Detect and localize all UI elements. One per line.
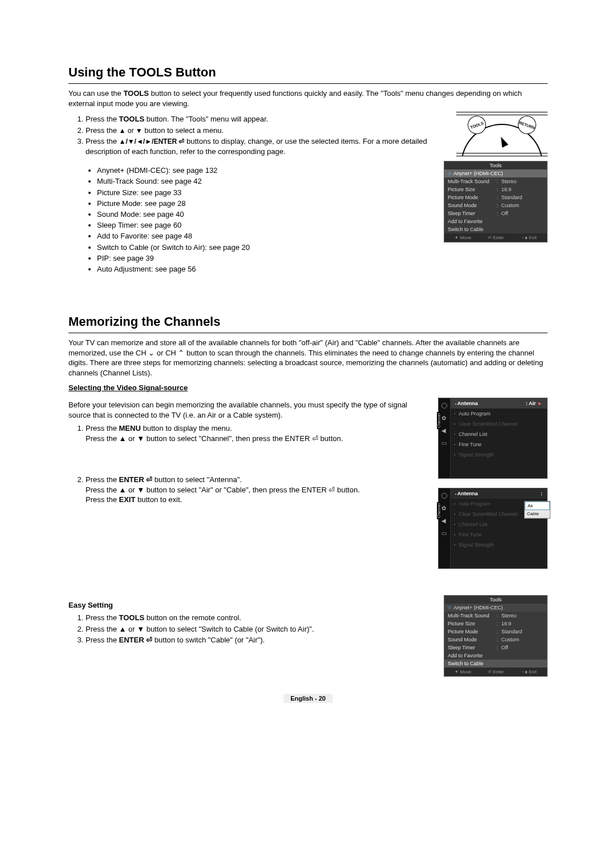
t: button to display the menu. <box>141 424 232 432</box>
t: Press the ▲ or ▼ button to select "Chann… <box>86 434 343 443</box>
tools-osd: Tools ◇ Anynet+ (HDMI-CEC) Multi-Track S… <box>444 161 548 242</box>
l: Sound Mode <box>448 203 493 208</box>
enter-hint: ⏎ Enter <box>488 235 504 240</box>
arrows: ▲ or ▼ <box>119 127 143 135</box>
v: 16:9 <box>501 187 544 192</box>
l: Picture Mode <box>448 195 493 200</box>
osd-sidebar: ✿ ◀ ▭ <box>439 488 451 568</box>
b: Picture Size: see page 33 <box>97 188 435 198</box>
menu-item-disabled: ▪Fine Tune <box>451 529 547 540</box>
v: Off <box>501 211 544 216</box>
dot-icon <box>441 493 447 499</box>
move-hint: ✦ Move <box>455 235 471 240</box>
right-arrow-icon: ► <box>537 401 542 406</box>
osd-row: Picture Size:16:9 <box>444 185 547 193</box>
b: Sound Mode: see page 40 <box>97 209 435 220</box>
l: Add to Favorite <box>448 219 493 224</box>
sound-icon: ◀ <box>441 518 447 524</box>
exit-hint: →∎ Exit <box>520 235 537 240</box>
section-title-channels: Memorizing the Channels <box>68 314 548 333</box>
osd-footer: ✦ Move ⏎ Enter →∎ Exit <box>444 233 547 242</box>
src-step2: Press the ENTER ⏎ button to select "Ante… <box>86 475 429 505</box>
arrows: ▲/▼/◄/►/ENTER ⏎ <box>119 138 185 145</box>
antenna-row-selected: ▪ Antenna : Air ► <box>451 398 547 409</box>
t: Press the <box>86 126 119 135</box>
src-step1: Press the MENU button to display the men… <box>86 423 429 474</box>
picture-icon: ▭ <box>441 531 447 536</box>
b: Anynet+ (HDMI-CEC): see page 132 <box>97 165 435 176</box>
osd-row: ◇ Anynet+ (HDMI-CEC) <box>444 604 547 612</box>
t: Press the <box>86 495 119 504</box>
dot-icon <box>441 403 447 409</box>
tools-osd-2: Tools ◇ Anynet+ (HDMI-CEC) Multi-Track S… <box>444 595 548 677</box>
b: Picture Mode: see page 28 <box>97 199 435 209</box>
osd-row: Sleep Timer:Off <box>444 644 547 652</box>
t: Press the <box>86 613 119 622</box>
menu-item-disabled: ▪Signal Strength <box>451 540 547 550</box>
tb: MENU <box>119 424 141 432</box>
easy-steps: Press the TOOLS button on the remote con… <box>86 613 435 645</box>
t: Press the ▲ or ▼ button to select "Air" … <box>86 486 360 494</box>
tools-menu-refs: Anynet+ (HDMI-CEC): see page 132 Multi-T… <box>97 165 435 274</box>
l: Switch to Cable <box>448 227 493 232</box>
menu-item: ▪Channel List <box>451 429 547 439</box>
tb: TOOLS <box>119 613 145 622</box>
b: Auto Adjustment: see page 56 <box>97 264 435 274</box>
t: button to select a menu. <box>143 126 224 135</box>
b: PIP: see page 39 <box>97 253 435 264</box>
tools-intro: You can use the TOOLS button to select y… <box>68 88 548 108</box>
ez1: Press the TOOLS button on the remote con… <box>86 613 435 623</box>
gear-icon: ✿ <box>441 506 447 511</box>
remote-illustration: TOOLS RETURN <box>456 112 548 156</box>
source-pre: Before your television can begin memoriz… <box>68 400 429 420</box>
menu-item: ▪Auto Program <box>451 409 547 419</box>
t: button to select "Antenna". <box>152 475 242 484</box>
b: Switch to Cable (or Switch to Air): see … <box>97 242 435 253</box>
menu-item: ▪Fine Tune <box>451 439 547 450</box>
page-footer: English - 20 <box>283 694 333 703</box>
osd-title: Tools <box>444 596 547 604</box>
exit-hint: →∎ Exit <box>520 669 537 674</box>
osd-highlight-label: Anynet+ (HDMI-CEC) <box>453 605 503 611</box>
t: Press the <box>86 475 119 484</box>
l: Antenna <box>457 401 478 406</box>
osd-row-selected: Switch to Cable <box>444 660 547 668</box>
osd-highlight-label: Anynet+ (HDMI-CEC) <box>453 171 503 176</box>
step2: Press the ▲ or ▼ button to select a menu… <box>86 126 447 136</box>
subhead-easy-setting: Easy Setting <box>68 601 435 609</box>
tools-steps: Press the TOOLS button. The "Tools" menu… <box>86 114 447 156</box>
b: Sleep Timer: see page 60 <box>97 220 435 231</box>
v: Custom <box>501 203 544 208</box>
move-hint: ✦ Move <box>455 669 471 674</box>
t: Press the <box>86 137 119 145</box>
osd-row: Multi-Track Sound:Stereo <box>444 177 547 185</box>
step3: Press the ▲/▼/◄/►/ENTER ⏎ buttons to dis… <box>86 136 447 156</box>
channel-tab-label: Channel <box>437 412 441 429</box>
channel-osd-1: Channel ✿ ◀ ▭ ▪ Antenna : Air ► ▪Auto Pr… <box>438 398 548 479</box>
t: Press the <box>86 424 119 432</box>
osd-row: Sound Mode:Custom <box>444 636 547 644</box>
t: button to exit. <box>135 495 182 504</box>
osd-row: Picture Mode:Standard <box>444 193 547 201</box>
tb: EXIT <box>119 495 136 504</box>
sound-icon: ◀ <box>441 428 447 434</box>
txt-bold: TOOLS <box>123 89 149 98</box>
menu-item-disabled: ▪Channel List <box>451 519 547 529</box>
dropdown-option-cable: Cable <box>525 510 550 518</box>
dropdown-option-air: Air <box>525 502 550 510</box>
osd-footer: ✦ Move ⏎ Enter →∎ Exit <box>444 668 547 676</box>
osd-sidebar: ✿ ◀ ▭ <box>439 398 451 478</box>
source-steps: Press the MENU button to display the men… <box>86 423 429 504</box>
osd-row: Sound Mode:Custom <box>444 201 547 209</box>
menu-item-disabled: ▪Clear Scrambled Channel <box>451 419 547 429</box>
b: Multi-Track Sound: see page 42 <box>97 176 435 187</box>
antenna-dropdown: Air Cable <box>524 501 550 519</box>
osd-row: Picture Size:16:9 <box>444 620 547 628</box>
v: : Air <box>526 401 536 406</box>
picture-icon: ▭ <box>441 440 447 446</box>
subhead-select-source: Selecting the Video Signal-source <box>68 383 548 392</box>
l: Antenna <box>457 491 478 496</box>
tb: TOOLS <box>119 115 145 123</box>
l: Sleep Timer <box>448 211 493 216</box>
enter-hint: ⏎ Enter <box>488 669 504 674</box>
